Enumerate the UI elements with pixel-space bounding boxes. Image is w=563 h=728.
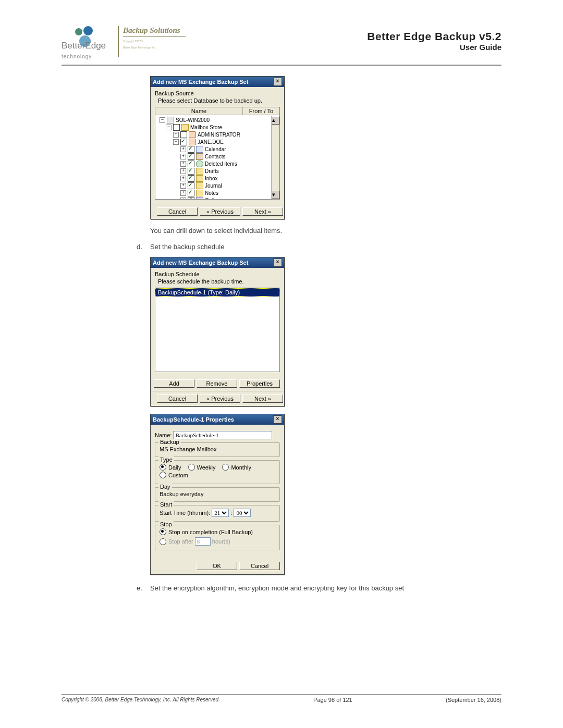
stop-after-input — [195, 537, 211, 546]
col-fromto[interactable]: From / To — [243, 107, 279, 115]
dialog2-titlebar[interactable]: Add new MS Exchange Backup Set × — [151, 257, 284, 268]
tree-row-contacts[interactable]: +Contacts — [155, 153, 279, 160]
cancel-button[interactable]: Cancel — [239, 562, 280, 570]
start-time-label: Start Time (hh:mm): — [160, 510, 210, 516]
next-button[interactable]: Next » — [242, 207, 283, 216]
expand-icon[interactable]: + — [180, 161, 186, 167]
radio-stop-after[interactable]: Stop after hour(s) — [160, 537, 270, 546]
expand-icon[interactable]: − — [173, 139, 179, 145]
start-hour-select[interactable]: 21 — [212, 509, 229, 517]
logo-subtext: technology — [62, 54, 92, 59]
checkbox[interactable] — [188, 197, 194, 200]
step-letter: d. — [137, 243, 150, 251]
tree-row-jane[interactable]: − JANE.DOE — [155, 138, 279, 145]
group-type: Type Daily Weekly Monthly Custom — [155, 460, 280, 484]
tree-row-root[interactable]: − SOL-WIN2000 — [155, 116, 279, 124]
cancel-button[interactable]: Cancel — [157, 207, 198, 216]
schedule-list[interactable]: BackupSchedule-1 (Type: Daily) — [155, 288, 280, 372]
radio-stop-completion[interactable]: Stop on completion (Full Backup) — [160, 528, 270, 535]
tree-row-drafts[interactable]: +Drafts — [155, 167, 279, 175]
radio-monthly[interactable]: Monthly — [222, 464, 251, 471]
document-page: BetterEdge technology Backup Solutions C… — [0, 0, 563, 728]
dialog1-titlebar[interactable]: Add new MS Exchange Backup Set × — [151, 77, 284, 87]
expand-icon[interactable]: + — [180, 198, 186, 200]
ok-button[interactable]: OK — [197, 562, 237, 570]
tree-row-calendar[interactable]: +Calendar — [155, 145, 279, 153]
close-icon[interactable]: × — [273, 415, 282, 424]
header-right: Better Edge Backup v5.2 User Guide — [367, 30, 501, 52]
name-input[interactable] — [173, 431, 272, 439]
checkbox[interactable] — [188, 182, 194, 189]
tree-control[interactable]: Name From / To − SOL-WIN2000 − — [155, 107, 280, 200]
next-button[interactable]: Next » — [242, 394, 283, 403]
page-header: BetterEdge technology Backup Solutions C… — [62, 26, 501, 66]
checkbox[interactable] — [188, 175, 194, 182]
instruction-text: Please select Database to be backed up. — [158, 97, 280, 104]
expand-icon[interactable]: + — [180, 168, 186, 174]
scroll-up-icon[interactable]: ▴ — [272, 116, 279, 125]
col-name[interactable]: Name — [155, 107, 243, 115]
radio-weekly[interactable]: Weekly — [188, 464, 216, 471]
checkbox[interactable] — [188, 161, 194, 167]
step-letter: e. — [137, 584, 150, 592]
expand-icon[interactable]: + — [180, 190, 186, 196]
tree-row-deleted[interactable]: +Deleted Items — [155, 160, 279, 167]
remove-button[interactable]: Remove — [197, 379, 237, 388]
tree-row-outbox[interactable]: +Outbox — [155, 196, 279, 199]
tree-row-mailbox-store[interactable]: − Mailbox Store — [155, 124, 279, 131]
expand-icon[interactable]: + — [180, 146, 186, 152]
close-icon[interactable]: × — [273, 78, 282, 86]
tree-row-notes[interactable]: +Notes — [155, 189, 279, 196]
step-text: Set the encryption algorithm, encryption… — [150, 584, 404, 592]
properties-button[interactable]: Properties — [239, 379, 280, 388]
checkbox[interactable] — [188, 153, 194, 160]
radio-icon — [160, 528, 166, 535]
tree-row-admin[interactable]: + ADMINISTRATOR — [155, 131, 279, 138]
radio-icon — [222, 464, 229, 471]
checkbox[interactable] — [180, 139, 187, 145]
scrollbar[interactable]: ▴ ▾ — [271, 116, 279, 199]
checkbox[interactable] — [173, 124, 180, 131]
footer-page: Page 98 of 121 — [313, 697, 352, 703]
start-minute-select[interactable]: 00 — [234, 509, 251, 517]
group-title: Day — [158, 484, 172, 490]
betteredge-logo: BetterEdge technology — [62, 26, 107, 60]
dialog-schedule-properties: BackupSchedule-1 Properties × Name: Back… — [150, 414, 285, 575]
expand-icon[interactable]: − — [160, 117, 165, 123]
dialog3-titlebar[interactable]: BackupSchedule-1 Properties × — [151, 414, 284, 425]
group-title: Type — [158, 456, 174, 463]
page-footer: Copyright © 2008, Better Edge Technology… — [62, 694, 501, 703]
previous-button[interactable]: « Previous — [200, 207, 240, 216]
dialog1-title: Add new MS Exchange Backup Set — [153, 79, 248, 85]
expand-icon[interactable]: + — [180, 154, 186, 159]
checkbox[interactable] — [188, 190, 194, 196]
previous-button[interactable]: « Previous — [200, 394, 240, 403]
radio-icon — [160, 472, 166, 478]
expand-icon[interactable]: + — [180, 176, 186, 181]
cancel-button[interactable]: Cancel — [157, 394, 198, 403]
scroll-down-icon[interactable]: ▾ — [272, 191, 279, 199]
expand-icon[interactable]: − — [166, 125, 172, 130]
radio-custom[interactable]: Custom — [160, 472, 188, 478]
deleted-icon — [196, 161, 203, 167]
expand-icon[interactable]: + — [180, 183, 186, 189]
close-icon[interactable]: × — [273, 258, 282, 267]
radio-daily[interactable]: Daily — [160, 464, 181, 471]
group-start: Start Start Time (hh:mm): 21 : 00 — [155, 505, 280, 522]
tree-row-inbox[interactable]: +Inbox — [155, 175, 279, 182]
add-button[interactable]: Add — [154, 379, 194, 388]
expand-icon[interactable]: + — [173, 132, 179, 138]
dialog2-title: Add new MS Exchange Backup Set — [153, 260, 248, 266]
group-title: Stop — [158, 521, 174, 527]
step-d: d. Set the backup schedule — [137, 243, 501, 251]
name-field-row: Name: — [155, 431, 280, 439]
checkbox[interactable] — [180, 131, 187, 138]
checkbox[interactable] — [188, 168, 194, 175]
outbox-icon — [196, 197, 203, 200]
group-title: Start — [158, 501, 174, 508]
tree-row-journal[interactable]: +Journal — [155, 182, 279, 189]
list-item-selected[interactable]: BackupSchedule-1 (Type: Daily) — [155, 288, 279, 297]
folder-icon — [196, 182, 203, 189]
checkbox[interactable] — [188, 146, 194, 153]
radio-icon — [188, 464, 195, 471]
